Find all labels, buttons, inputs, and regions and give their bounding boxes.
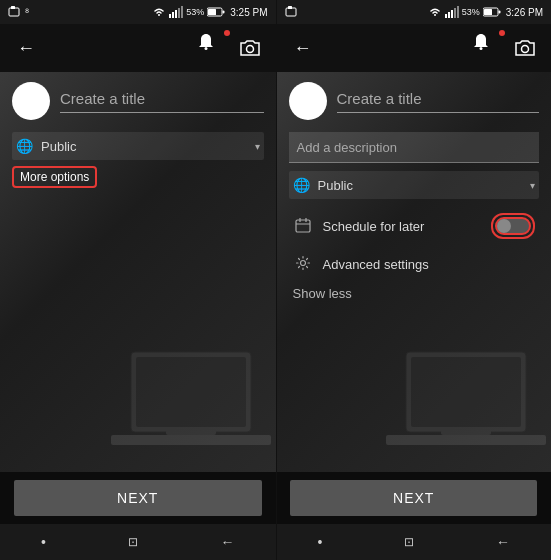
time-2: 3:26 PM [506, 7, 543, 18]
svg-rect-12 [286, 8, 296, 16]
bell-icon [196, 32, 216, 52]
svg-rect-13 [288, 6, 292, 9]
title-input-1[interactable]: Create a title [60, 90, 264, 113]
description-placeholder: Add a description [297, 140, 397, 155]
svg-rect-6 [204, 47, 207, 50]
panel-1: ⁸ 53% 3:2 [0, 0, 276, 560]
svg-point-18 [522, 46, 529, 53]
gear-icon [293, 255, 313, 274]
avatar-2 [289, 82, 327, 120]
status-bar-1: ⁸ 53% 3:2 [0, 0, 276, 24]
svg-rect-17 [480, 47, 483, 50]
background-area-2: Create a title Add a description 🌐 Publi… [277, 72, 552, 472]
more-options-container: More options [12, 166, 264, 188]
battery-percent-1: 53% [186, 7, 204, 17]
public-dropdown-1[interactable]: 🌐 Public ▾ [12, 132, 264, 160]
status-right-2: 53% 3:26 PM [428, 6, 543, 18]
nav-bar-2: ← [277, 24, 552, 72]
public-label-2: Public [318, 178, 523, 193]
content-overlay-2: Create a title Add a description 🌐 Publi… [277, 72, 552, 472]
time-1: 3:25 PM [230, 7, 267, 18]
svg-text:⁸: ⁸ [25, 7, 29, 18]
status-right-1: 53% 3:25 PM [152, 6, 267, 18]
calendar-icon [293, 217, 313, 236]
next-button-1[interactable]: NEXT [14, 480, 262, 516]
notification-badge-dot-1 [224, 30, 230, 36]
background-area-1: Create a title 🌐 Public ▾ More options [0, 72, 276, 472]
nav-dots-2: • ⊡ ← [277, 524, 552, 560]
next-button-2[interactable]: NEXT [290, 480, 537, 516]
show-less-button[interactable]: Show less [289, 282, 540, 305]
title-row-1: Create a title [12, 82, 264, 120]
svg-rect-5 [223, 11, 225, 14]
advanced-label: Advanced settings [323, 257, 536, 272]
back-button-2[interactable]: ← [287, 32, 319, 64]
schedule-row[interactable]: Schedule for later [289, 205, 540, 247]
battery-percent-2: 53% [462, 7, 480, 17]
notification-icon-1[interactable] [196, 32, 228, 64]
nav-dot-square-1: ⊡ [128, 535, 138, 549]
nav-dot-menu-1: • [41, 534, 46, 550]
advanced-row[interactable]: Advanced settings [289, 247, 540, 282]
schedule-label: Schedule for later [323, 219, 482, 234]
dropdown-arrow-2: ▾ [530, 180, 535, 191]
notification-badge-dot-2 [499, 30, 505, 36]
bell-icon-2 [471, 32, 491, 52]
camera-svg-2 [514, 39, 536, 57]
globe-icon-2: 🌐 [293, 177, 310, 193]
svg-point-27 [300, 261, 305, 266]
svg-rect-1 [11, 6, 15, 9]
svg-rect-16 [498, 11, 500, 14]
status-left-2 [285, 6, 297, 18]
nav-icons-right-2 [471, 32, 541, 64]
nav-dots-1: • ⊡ ← [0, 524, 276, 560]
bottom-bar-1: NEXT [0, 472, 276, 524]
back-button-1[interactable]: ← [10, 32, 42, 64]
panel-2: 53% 3:26 PM ← [276, 0, 552, 560]
status-left-1: ⁸ [8, 6, 36, 18]
signal-icon-2 [445, 6, 459, 18]
signal-icon [169, 6, 183, 18]
camera-icon-2[interactable] [509, 32, 541, 64]
camera-svg-1 [239, 39, 261, 57]
title-row-2: Create a title [289, 82, 540, 120]
dropdown-arrow-1: ▾ [255, 141, 260, 152]
battery-icon-2 [483, 7, 501, 17]
nav-dot-back-1[interactable]: ← [220, 534, 234, 550]
battery-icon-1 [207, 7, 225, 17]
svg-rect-23 [296, 220, 310, 232]
wifi-icon-2 [428, 7, 442, 17]
schedule-toggle-highlight [491, 213, 535, 239]
public-dropdown-2[interactable]: 🌐 Public ▾ [289, 171, 540, 199]
title-placeholder-2: Create a title [337, 90, 422, 107]
bottom-bar-2: NEXT [277, 472, 552, 524]
sim-icon-2 [285, 6, 297, 18]
nav-dot-back-2[interactable]: ← [496, 534, 510, 550]
camera-icon-1[interactable] [234, 32, 266, 64]
public-label-1: Public [41, 139, 247, 154]
toggle-knob [497, 219, 511, 233]
wifi-icon [152, 7, 166, 17]
description-field[interactable]: Add a description [289, 132, 540, 163]
status-bar-2: 53% 3:26 PM [277, 0, 552, 24]
title-input-2[interactable]: Create a title [337, 90, 540, 113]
schedule-toggle[interactable] [495, 217, 531, 235]
bt-icon: ⁸ [24, 6, 36, 18]
svg-point-7 [246, 46, 253, 53]
svg-rect-4 [208, 9, 216, 15]
nav-dot-square-2: ⊡ [404, 535, 414, 549]
title-placeholder-1: Create a title [60, 90, 145, 107]
nav-icons-right-1 [196, 32, 266, 64]
content-overlay-1: Create a title 🌐 Public ▾ More options [0, 72, 276, 472]
more-options-button[interactable]: More options [12, 166, 97, 188]
nav-bar-1: ← [0, 24, 276, 72]
svg-rect-0 [9, 8, 19, 16]
svg-rect-15 [484, 9, 492, 15]
sim-icon [8, 6, 20, 18]
nav-dot-menu-2: • [317, 534, 322, 550]
notification-icon-2[interactable] [471, 32, 503, 64]
avatar-1 [12, 82, 50, 120]
globe-icon-1: 🌐 [16, 138, 33, 154]
